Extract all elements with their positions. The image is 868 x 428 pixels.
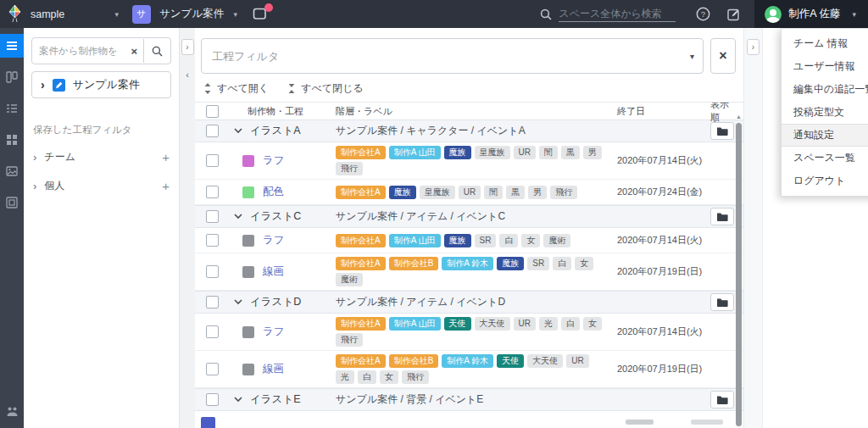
label-badge: 大天使 — [475, 317, 510, 331]
row-checkbox[interactable] — [206, 296, 219, 308]
process-link[interactable]: 配色 — [263, 185, 284, 199]
row-checkbox[interactable] — [206, 325, 219, 338]
folder-button[interactable] — [710, 391, 734, 409]
process-link[interactable]: 線画 — [263, 362, 284, 376]
global-search-input[interactable] — [559, 6, 676, 22]
help-icon[interactable]: ? — [696, 7, 710, 21]
chevron-right-icon: › — [33, 180, 36, 192]
process-color-chip — [242, 155, 254, 167]
rail-item-gallery[interactable] — [0, 159, 24, 183]
user-menu-item[interactable]: チーム 情報 — [782, 32, 868, 55]
label-badge: 白 — [499, 234, 518, 247]
folder-button[interactable] — [710, 122, 734, 140]
label-badge: 制作A 山田 — [389, 317, 441, 331]
project-tree-root[interactable]: › サンプル案件 — [31, 71, 171, 98]
folder-button[interactable] — [710, 208, 734, 225]
row-checkbox[interactable] — [206, 125, 219, 137]
rail-item-board[interactable] — [0, 191, 24, 214]
expand-right-panel-handle[interactable]: › — [747, 39, 760, 55]
label-badge: 制作会社A — [336, 257, 386, 270]
rail-item-members[interactable] — [0, 399, 24, 423]
row-checkbox[interactable] — [206, 154, 219, 167]
user-menu-item[interactable]: スペース一覧 — [782, 147, 868, 170]
row-checkbox[interactable] — [206, 265, 219, 278]
collapse-right-handle[interactable]: › — [181, 39, 194, 55]
add-filter-icon[interactable]: + — [162, 150, 170, 164]
close-all-button[interactable]: すべて閉じる — [287, 81, 363, 96]
project-selector[interactable]: サンプル案件 ▾ — [159, 7, 237, 21]
collapse-group-toggle[interactable] — [234, 214, 242, 220]
user-menu-item[interactable]: 通知設定 — [782, 124, 868, 147]
app-root: sample ▾ サ サンプル案件 ▾ — [0, 0, 868, 428]
compose-icon[interactable] — [727, 8, 741, 21]
add-filter-icon[interactable]: + — [162, 179, 170, 193]
row-checkbox[interactable] — [206, 393, 219, 406]
clear-search-icon[interactable]: × — [125, 45, 143, 58]
scrollbar-up-arrow[interactable]: ▲ — [735, 113, 743, 121]
label-badge: 飛行 — [550, 186, 577, 199]
user-avatar — [765, 6, 782, 23]
rail-item-worklist[interactable] — [0, 97, 24, 120]
user-dropdown-menu: チーム 情報ユーザー情報編集中の追記一覧投稿定型文通知設定スペース一覧ログアウト — [781, 28, 868, 197]
label-badge: UR — [566, 354, 588, 368]
row-checkbox[interactable] — [206, 363, 219, 375]
chevron-down-icon: ▾ — [690, 52, 694, 61]
user-menu-item[interactable]: ログアウト — [782, 170, 868, 192]
process-link[interactable]: ラフ — [263, 153, 285, 168]
collapse-left-handle[interactable]: ‹ — [182, 67, 193, 81]
process-filter-input[interactable] — [201, 38, 704, 74]
column-header-labels-cell: 階層・ラベル — [336, 102, 609, 121]
label-badge: UR — [514, 317, 536, 331]
table-viewport: 制作物・工程 階層・ラベル 終了日 表示順 イラストAサンプル案件 / キャラク… — [195, 102, 743, 414]
space-selector[interactable]: sample ▾ — [31, 8, 119, 20]
chevron-down-icon: ▾ — [114, 10, 119, 19]
panel-divider: › ‹ — [180, 28, 196, 428]
label-badge: 飛行 — [336, 333, 363, 347]
label-badge: 制作会社A — [336, 146, 386, 159]
saved-filter-group[interactable]: ›個人+ — [33, 179, 170, 193]
process-color-chip — [242, 186, 254, 198]
label-badge: 皇魔族 — [420, 186, 455, 199]
open-all-button[interactable]: すべて開く — [203, 81, 269, 96]
item-search-input[interactable] — [32, 46, 125, 56]
collapse-group-toggle[interactable] — [234, 299, 242, 305]
process-link[interactable]: ラフ — [263, 325, 285, 339]
row-checkbox[interactable] — [206, 210, 219, 223]
rail-item-kanban[interactable] — [0, 65, 24, 89]
process-link[interactable]: ラフ — [263, 233, 285, 247]
saved-filter-group[interactable]: ›チーム+ — [33, 150, 170, 164]
collapse-group-toggle[interactable] — [234, 128, 242, 134]
labels-cell: 制作会社A制作A 山田魔族SR白女魔術 — [336, 231, 609, 251]
saved-filter-group-label: 個人 — [44, 179, 64, 193]
chevron-down-icon: ▾ — [233, 10, 237, 19]
user-menu-item[interactable]: ユーザー情報 — [782, 55, 868, 78]
due-date: 2020年07月19日(日) — [609, 363, 710, 375]
user-menu-button[interactable]: 制作A 佐藤 ▾ — [754, 0, 868, 28]
user-menu-item[interactable]: 投稿定型文 — [782, 101, 868, 124]
process-link[interactable]: 線画 — [263, 264, 284, 279]
select-all-checkbox[interactable] — [206, 105, 219, 118]
top-navbar: sample ▾ サ サンプル案件 ▾ — [0, 0, 868, 28]
rail-item-apps[interactable] — [0, 128, 24, 152]
label-badge: 魔族 — [497, 257, 524, 270]
row-checkbox[interactable] — [206, 186, 219, 198]
rail-item-list[interactable] — [0, 34, 24, 58]
collapse-group-toggle[interactable] — [234, 397, 242, 403]
table-scrollbar: ▲ — [735, 113, 743, 428]
row-checkbox[interactable] — [206, 234, 219, 247]
chevron-down-icon — [234, 214, 242, 220]
label-badge: 制作会社A — [336, 354, 386, 368]
notifications-icon[interactable] — [253, 7, 268, 21]
chevron-down-icon: ▾ — [852, 10, 856, 19]
clear-filter-button[interactable]: × — [710, 38, 736, 74]
process-row: ラフ制作会社A制作A 山田天使大天使UR光白女飛行2020年07月14日(火) — [195, 314, 743, 351]
folder-button[interactable] — [710, 293, 734, 311]
scrollbar-thumb[interactable] — [736, 123, 742, 426]
group-row: イラストDサンプル案件 / アイテム / イベントD40 — [195, 291, 743, 314]
search-icon[interactable] — [144, 46, 170, 57]
user-menu-item[interactable]: 編集中の追記一覧 — [782, 78, 868, 101]
label-badge: 制作会社B — [389, 257, 439, 270]
chevron-right-icon: › — [41, 78, 45, 92]
table-body: イラストAサンプル案件 / キャラクター / イベントA10ラフ制作会社A制作A… — [195, 120, 743, 414]
board-icon — [6, 197, 18, 208]
